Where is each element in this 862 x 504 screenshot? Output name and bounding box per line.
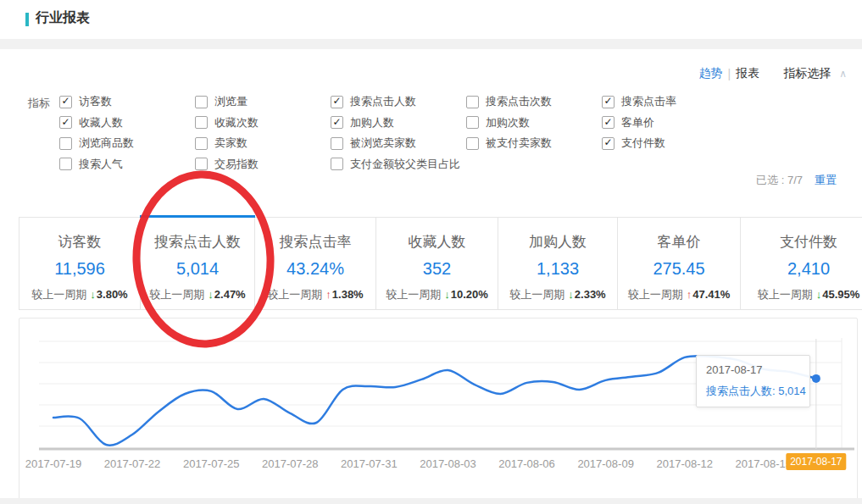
- checkbox[interactable]: ✓: [59, 116, 72, 129]
- reset-button[interactable]: 重置: [815, 173, 837, 188]
- metric-card-change: 较上一周期↓2.33%: [498, 287, 617, 302]
- metric-checkbox-item[interactable]: ✓浏览商品数: [59, 133, 195, 154]
- checkbox[interactable]: ✓: [466, 116, 479, 129]
- metric-card[interactable]: 搜索点击人数5,014较上一周期↓2.47%: [141, 218, 255, 309]
- checkbox-label: 访客数: [79, 94, 112, 109]
- metric-card-change: 较上一周期↓45.95%: [741, 287, 862, 302]
- metric-checkbox-item[interactable]: ✓访客数: [59, 91, 195, 113]
- checkbox[interactable]: ✓: [195, 96, 208, 108]
- checkbox[interactable]: ✓: [59, 158, 72, 170]
- compare-prefix: 较上一周期: [149, 288, 204, 301]
- metric-card-value: 2,410: [741, 259, 862, 279]
- chart-tooltip: 2017-08-17 搜索点击人数: 5,014: [696, 355, 810, 407]
- metric-filter-column: ✓搜索点击率✓客单价✓支付件数: [602, 91, 856, 174]
- checkbox[interactable]: ✓: [59, 96, 72, 108]
- metric-card[interactable]: 访客数11,596较上一周期↓3.80%: [19, 218, 141, 309]
- checkbox-label: 浏览量: [214, 94, 247, 109]
- metric-checkbox-item[interactable]: ✓搜索点击人数: [331, 91, 466, 113]
- metric-card-value: 1,133: [498, 259, 617, 279]
- checkbox[interactable]: ✓: [59, 137, 72, 150]
- checkbox[interactable]: ✓: [602, 96, 615, 108]
- metric-card[interactable]: 搜索点击率43.24%较上一周期↑1.38%: [255, 218, 376, 309]
- metric-checkbox-item[interactable]: ✓收藏人数: [59, 113, 195, 134]
- metric-checkbox-item[interactable]: ✓收藏次数: [195, 113, 331, 134]
- chevron-up-icon[interactable]: ∧: [839, 68, 847, 80]
- metric-card-title: 访客数: [19, 232, 140, 252]
- check-icon: ✓: [603, 96, 612, 106]
- arrow-down-icon: ↓: [816, 288, 822, 301]
- metric-checkbox-item[interactable]: ✓加购次数: [466, 113, 602, 134]
- metric-card-value: 352: [376, 259, 498, 279]
- metric-select-toggle[interactable]: 指标选择: [783, 66, 831, 81]
- metric-checkbox-item[interactable]: ✓被浏览卖家数: [331, 133, 466, 154]
- metric-card[interactable]: 客单价275.45较上一周期↑47.41%: [618, 218, 741, 309]
- metric-checkbox-item[interactable]: ✓搜索点击率: [602, 91, 856, 113]
- report-view-link[interactable]: 报表: [736, 66, 759, 81]
- metric-checkbox-item[interactable]: ✓支付件数: [602, 133, 856, 154]
- metric-card[interactable]: 收藏人数352较上一周期↓10.20%: [376, 218, 498, 309]
- trend-line-chart[interactable]: 2017-07-192017-07-222017-07-252017-07-28…: [19, 318, 857, 499]
- checkbox[interactable]: ✓: [331, 116, 343, 129]
- metric-filter-column: ✓搜索点击人数✓加购人数✓被浏览卖家数✓支付金额较父类目占比: [331, 91, 466, 174]
- page-title: 行业报表: [36, 9, 90, 27]
- change-percent: 2.33%: [575, 288, 606, 301]
- checkbox-label: 搜索点击人数: [350, 94, 416, 109]
- header-divider-band: [0, 39, 862, 49]
- checkbox[interactable]: ✓: [466, 137, 479, 150]
- metric-card-value: 11,596: [19, 259, 140, 279]
- check-icon: ✓: [332, 117, 341, 127]
- metric-checkbox-item[interactable]: ✓浏览量: [195, 91, 331, 113]
- metric-checkbox-item[interactable]: ✓搜索点击次数: [466, 91, 602, 113]
- data-point-dot: [812, 374, 820, 383]
- checkbox[interactable]: ✓: [331, 137, 343, 150]
- metric-checkbox-item[interactable]: ✓客单价: [602, 113, 856, 134]
- checkbox-label: 搜索人气: [79, 157, 123, 172]
- checkbox[interactable]: ✓: [466, 96, 479, 108]
- selected-card-indicator: [140, 215, 255, 218]
- checkbox-label: 被支付卖家数: [486, 136, 552, 151]
- metric-card-change: 较上一周期↓3.80%: [19, 287, 140, 302]
- checkbox[interactable]: ✓: [195, 116, 208, 129]
- metric-card-title: 支付件数: [741, 232, 862, 252]
- toolbar-divider: |: [728, 67, 731, 80]
- change-percent: 45.95%: [822, 288, 859, 301]
- footer-band: [0, 498, 862, 504]
- x-axis-tick-label: 2017-08-09: [577, 457, 634, 470]
- checkbox-label: 加购次数: [486, 115, 530, 130]
- checkbox[interactable]: ✓: [331, 96, 343, 108]
- checkbox-label: 交易指数: [214, 157, 259, 172]
- checkbox-label: 卖家数: [214, 136, 247, 151]
- trend-chart-container: 2017-07-192017-07-222017-07-252017-07-28…: [19, 318, 858, 500]
- arrow-down-icon: ↓: [444, 288, 450, 301]
- metric-checkbox-item[interactable]: ✓卖家数: [195, 133, 331, 154]
- metric-checkbox-item[interactable]: ✓加购人数: [331, 113, 466, 134]
- change-percent: 3.80%: [97, 288, 128, 301]
- trend-view-link[interactable]: 趋势: [699, 66, 723, 81]
- title-accent-bar: [25, 13, 29, 26]
- checkbox[interactable]: ✓: [331, 158, 343, 170]
- arrow-down-icon: ↓: [208, 288, 214, 301]
- checkbox[interactable]: ✓: [195, 137, 208, 150]
- compare-prefix: 较上一周期: [386, 288, 441, 301]
- metric-checkbox-item[interactable]: ✓交易指数: [195, 154, 331, 175]
- change-percent: 47.41%: [692, 288, 730, 301]
- metric-checkbox-item[interactable]: ✓支付金额较父类目占比: [331, 154, 466, 175]
- change-percent: 2.47%: [214, 288, 246, 301]
- metric-card-title: 收藏人数: [376, 232, 498, 252]
- metric-card-row: 访客数11,596较上一周期↓3.80%搜索点击人数5,014较上一周期↓2.4…: [19, 217, 862, 310]
- metric-card-title: 客单价: [618, 232, 740, 252]
- arrow-down-icon: ↓: [568, 288, 574, 301]
- metric-checkbox-item[interactable]: ✓搜索人气: [59, 154, 195, 175]
- metric-card-change: 较上一周期↑47.41%: [618, 287, 740, 302]
- x-axis-tick-label: 2017-07-22: [104, 457, 161, 470]
- metric-card[interactable]: 加购人数1,133较上一周期↓2.33%: [498, 218, 618, 309]
- metric-checkbox-item[interactable]: ✓被支付卖家数: [466, 133, 602, 154]
- checkbox[interactable]: ✓: [195, 158, 208, 170]
- metric-card[interactable]: 支付件数2,410较上一周期↓45.95%: [741, 218, 862, 309]
- checkbox[interactable]: ✓: [602, 116, 615, 129]
- compare-prefix: 较上一周期: [758, 288, 813, 301]
- checkbox-label: 支付件数: [621, 136, 665, 151]
- checkbox[interactable]: ✓: [602, 137, 615, 150]
- metric-card-change: 较上一周期↓10.20%: [376, 287, 498, 302]
- metric-filter-column: ✓浏览量✓收藏次数✓卖家数✓交易指数: [195, 91, 331, 174]
